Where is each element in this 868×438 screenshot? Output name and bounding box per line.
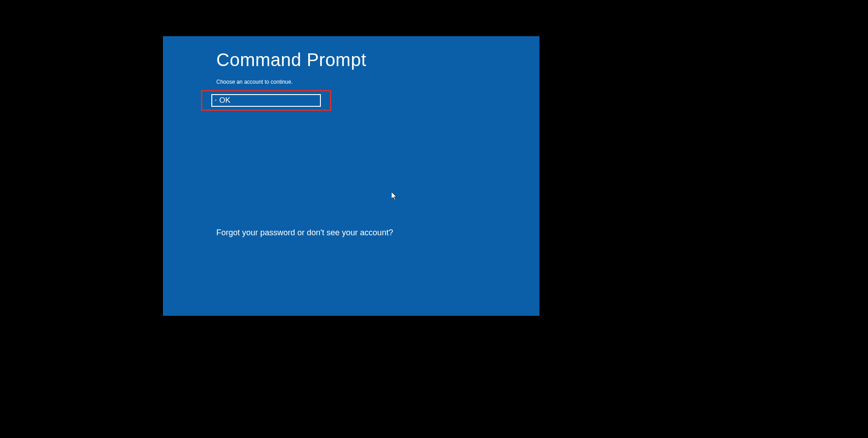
account-label: OK [219,96,231,105]
forgot-password-link[interactable]: Forgot your password or don't see your a… [216,228,393,238]
account-select-button[interactable]: • OK [211,94,321,107]
annotation-highlight-box: • OK [201,90,331,111]
bullet-icon: • [215,98,217,103]
page-title: Command Prompt [216,50,367,70]
recovery-environment-panel: Command Prompt Choose an account to cont… [163,36,539,316]
page-subtitle: Choose an account to continue. [216,79,293,85]
